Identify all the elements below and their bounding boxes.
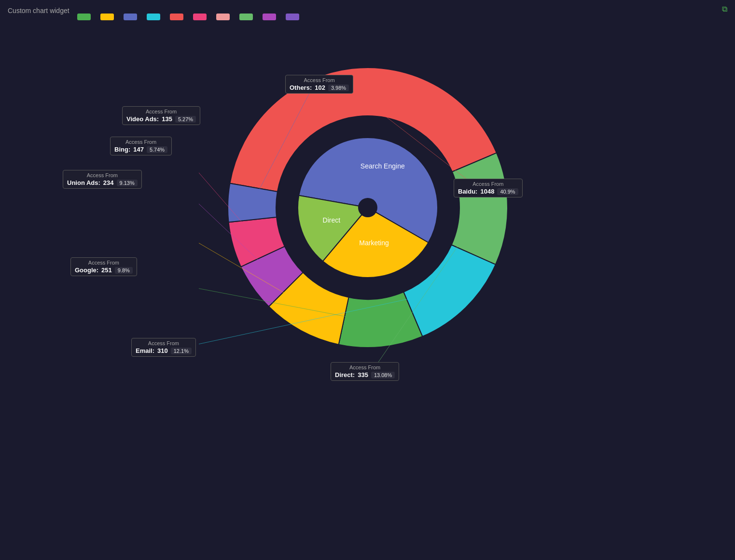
legend-item-3[interactable]	[147, 14, 160, 20]
outer-segment-direct[interactable]	[451, 153, 507, 265]
legend-item-6[interactable]	[216, 14, 230, 20]
svg-point-2	[358, 198, 377, 217]
svg-text:Direct: Direct	[322, 216, 340, 224]
tooltip-video-ads: Access From Video Ads: 135 5.27%	[122, 106, 200, 125]
tooltip-others: Access From Others: 102 3.98%	[285, 75, 353, 94]
legend-item-5[interactable]	[193, 14, 207, 20]
legend-item-4[interactable]	[170, 14, 183, 20]
svg-text:Marketing: Marketing	[359, 239, 388, 247]
svg-text:Search Engine: Search Engine	[360, 162, 404, 170]
legend-item-9[interactable]	[286, 14, 299, 20]
legend-item-7[interactable]	[239, 14, 253, 20]
copy-icon[interactable]: ⧉	[722, 5, 727, 14]
legend-item-2[interactable]	[124, 14, 137, 20]
chart-legend	[77, 14, 299, 20]
legend-item-8[interactable]	[263, 14, 276, 20]
tooltip-email: Access From Email: 310 12.1%	[131, 338, 196, 357]
tooltip-google: Access From Google: 251 9.8%	[70, 257, 137, 276]
legend-item-0[interactable]	[77, 14, 91, 20]
tooltip-bing: Access From Bing: 147 5.74%	[110, 137, 172, 155]
chart-title: Custom chart widget	[8, 7, 69, 14]
chart-area: Search EngineMarketingDirect	[199, 39, 537, 377]
tooltip-baidu: Access From Baidu: 1048 40.9%	[454, 179, 523, 197]
tooltip-direct: Access From Direct: 335 13.08%	[331, 362, 399, 381]
tooltip-union-ads: Access From Union Ads: 234 9.13%	[63, 170, 142, 189]
legend-item-1[interactable]	[100, 14, 114, 20]
